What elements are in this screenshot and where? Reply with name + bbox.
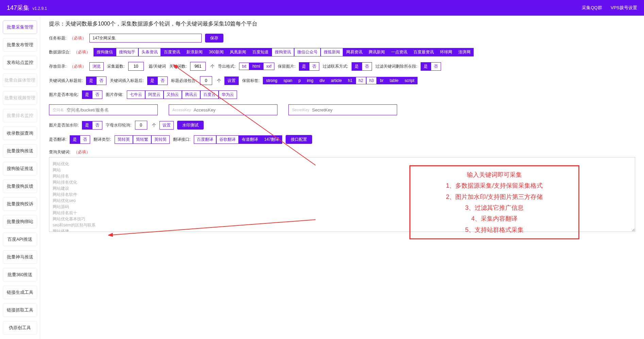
wm-chip-1[interactable]: 否	[92, 121, 102, 130]
watermark-test-button[interactable]: 水印测试	[177, 121, 204, 130]
sidebar-item-7[interactable]: 批量搜狗推送	[3, 144, 37, 158]
browse-button[interactable]: 浏览	[89, 62, 104, 71]
sidebar-item-16[interactable]: 链接抓取工具	[3, 303, 37, 317]
transapi-chip-3[interactable]: 147翻译	[261, 135, 282, 144]
source-chip-15[interactable]: 环球网	[437, 48, 455, 56]
kwcount-input[interactable]	[190, 62, 206, 71]
tag-chip-6[interactable]: h1	[345, 77, 355, 84]
keepimg-chip-0[interactable]: 是	[299, 62, 309, 71]
kwbefore-chip-0[interactable]: 是	[86, 77, 96, 85]
source-chip-4[interactable]: 新浪新闻	[183, 48, 206, 56]
sidebar-item-9[interactable]: 批量搜狗反馈	[3, 180, 37, 193]
tag-chip-4[interactable]: div	[317, 77, 328, 84]
rot-set-button[interactable]: 设置	[159, 121, 174, 130]
tag-chip-1[interactable]: span	[281, 77, 295, 84]
kwafter-chip-0[interactable]: 是	[147, 77, 157, 85]
transtype-chip-2[interactable]: 英转简	[151, 135, 170, 144]
contact-chip-1[interactable]: 否	[362, 62, 372, 71]
transapi-chip-0[interactable]: 百度翻译	[194, 135, 216, 144]
imgstore-chip-1[interactable]: 阿里云	[145, 90, 164, 99]
keepimg-chip-1[interactable]: 否	[309, 62, 319, 71]
sidebar-item-8[interactable]: 搜狗验证推送	[3, 162, 37, 175]
keywords-textarea[interactable]	[49, 157, 635, 232]
space-input[interactable]	[67, 107, 154, 113]
tag-chip-8[interactable]: h3	[366, 77, 377, 84]
source-chip-6[interactable]: 凤凰新闻	[227, 48, 249, 56]
imgstore-chip-3[interactable]: 腾讯云	[182, 90, 200, 99]
sidebar-item-0[interactable]: 批量采集管理	[3, 20, 37, 34]
tag-chip-7[interactable]: h2	[356, 77, 366, 84]
rot-input[interactable]	[135, 121, 147, 130]
tag-chip-2[interactable]: p	[295, 77, 304, 84]
imgstore-chip-0[interactable]: 七牛云	[127, 90, 145, 99]
source-chip-12[interactable]: 腾讯新闻	[366, 48, 388, 56]
source-chip-1[interactable]: 搜狗知乎	[116, 48, 138, 56]
link-qq-group[interactable]: 采集QQ群	[582, 5, 602, 10]
source-chip-7[interactable]: 百度知道	[249, 48, 272, 56]
must-set-button[interactable]: 设置	[224, 77, 239, 85]
tag-chip-11[interactable]: script	[402, 77, 418, 84]
source-chip-16[interactable]: 澎湃网	[455, 48, 474, 56]
source-chip-8[interactable]: 搜狗资讯	[272, 48, 294, 56]
source-chip-3[interactable]: 百度资讯	[161, 48, 183, 56]
link-vps-dial[interactable]: VPS拨号设置	[611, 5, 637, 10]
kwafter-chip-1[interactable]: 否	[157, 77, 168, 85]
sidebar-item-14[interactable]: 批量360推送	[3, 268, 37, 282]
transtype-chip-0[interactable]: 简转英	[115, 135, 133, 144]
task-title-input[interactable]	[89, 34, 202, 43]
tag-chip-0[interactable]: strong	[263, 77, 280, 84]
transtype-chip-1[interactable]: 简转繁	[133, 135, 151, 144]
count-input[interactable]	[128, 62, 144, 71]
kwbefore-chip-1[interactable]: 否	[96, 77, 106, 85]
source-chip-14[interactable]: 百度最资讯	[410, 48, 437, 56]
space-field[interactable]: 空间名	[49, 104, 158, 115]
wm-chip-0[interactable]: 是	[82, 121, 92, 130]
sidebar-item-6[interactable]: 收录数据查询	[3, 126, 37, 140]
imgstore-chip-2[interactable]: 又拍云	[164, 90, 182, 99]
fmt-chip-1[interactable]: html	[249, 63, 263, 70]
imgstore-chip-4[interactable]: 百度云	[200, 90, 219, 99]
sidebar-item-12[interactable]: 百度API推送	[3, 233, 37, 246]
sidebar-item-15[interactable]: 链接生成工具	[3, 286, 37, 299]
imglocal-chip-0[interactable]: 是	[82, 90, 92, 99]
tag-chip-5[interactable]: article	[328, 77, 345, 84]
fmt-chip-2[interactable]: xxf	[263, 63, 274, 70]
sidebar-item-3[interactable]: 批量自媒体管理	[3, 73, 37, 87]
source-chip-9[interactable]: 微信公众号	[294, 48, 321, 56]
trans-chip-1[interactable]: 否	[80, 135, 90, 144]
filterpara-chip-1[interactable]: 否	[431, 62, 441, 71]
accesskey-input[interactable]	[193, 107, 274, 113]
sidebar-item-10[interactable]: 批量搜狗投诉	[3, 197, 37, 211]
fmt-chip-0[interactable]: txt	[239, 63, 250, 70]
sidebar-item-11[interactable]: 批量搜狗绑站	[3, 215, 37, 228]
source-chip-10[interactable]: 搜狐新闻	[321, 48, 343, 56]
source-chip-2[interactable]: 头条资讯	[138, 48, 161, 56]
sidebar-item-1[interactable]: 批量发布管理	[3, 38, 37, 52]
source-chip-11[interactable]: 网易资讯	[343, 48, 366, 56]
sidebar-item-13[interactable]: 批量神马推送	[3, 250, 37, 264]
source-chip-0[interactable]: 搜狗微信	[94, 48, 116, 56]
transapi-chip-2[interactable]: 有道翻译	[239, 135, 261, 144]
sidebar-item-17[interactable]: 伪原创工具	[3, 321, 37, 335]
imgstore-chip-5[interactable]: 华为云	[219, 90, 237, 99]
save-button[interactable]: 保存	[205, 34, 223, 43]
imglocal-chip-1[interactable]: 否	[92, 90, 102, 99]
sidebar-item-4[interactable]: 批量短视频管理	[3, 91, 37, 105]
api-config-button[interactable]: 接口配置	[286, 135, 312, 144]
contact-chip-0[interactable]: 是	[352, 62, 362, 71]
sidebar-item-2[interactable]: 发布站点监控	[3, 56, 37, 69]
source-chip-13[interactable]: 一点资讯	[388, 48, 410, 56]
tag-chip-3[interactable]: img	[304, 77, 316, 84]
sidebar-item-5[interactable]: 批量排名监控	[3, 109, 37, 122]
secretkey-input[interactable]	[312, 107, 393, 113]
filterpara-chip-0[interactable]: 是	[421, 62, 431, 71]
source-chip-5[interactable]: 360新闻	[206, 48, 227, 56]
accesskey-field[interactable]: AccessKey	[169, 104, 277, 115]
trans-chip-0[interactable]: 是	[70, 135, 80, 144]
must-input[interactable]	[200, 76, 212, 85]
tag-chip-9[interactable]: br	[377, 77, 387, 84]
secretkey-field[interactable]: SecretKey	[288, 104, 397, 115]
filterpara-label: 过滤关键词删除所在段:	[375, 64, 417, 69]
transapi-chip-1[interactable]: 谷歌翻译	[216, 135, 239, 144]
tag-chip-10[interactable]: table	[387, 77, 402, 84]
